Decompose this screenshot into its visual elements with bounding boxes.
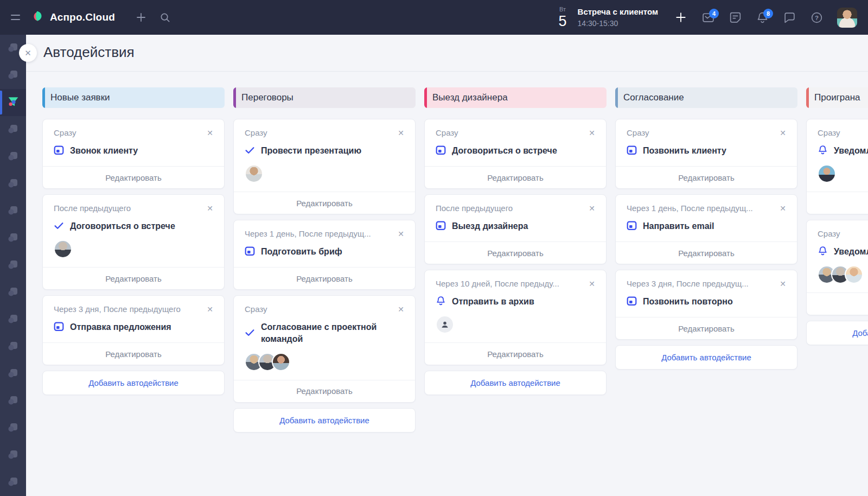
card-close-icon[interactable]: ✕: [584, 279, 595, 289]
card-body: Через 3 дня, После предыдущего✕Отправка …: [43, 296, 224, 342]
add-autoaction-button[interactable]: Добавить автодействие: [615, 345, 797, 370]
sidebar-item-switches[interactable]: [0, 306, 26, 333]
bell-icon: [818, 246, 828, 258]
edit-button[interactable]: Редактировать: [807, 292, 868, 315]
card-body: Через 3 дня, После предыдущ...✕Позвонить…: [616, 270, 797, 317]
edit-button[interactable]: Редактировать: [425, 166, 606, 188]
edit-button[interactable]: Редактировать: [234, 267, 415, 289]
edit-button[interactable]: Редактировать: [234, 192, 415, 214]
autoactions-board: Новые заявкиСразу✕Звонок клиентуРедактир…: [42, 87, 868, 433]
search-icon[interactable]: [153, 5, 177, 29]
mail-icon[interactable]: 4: [696, 5, 720, 29]
add-autoaction-button[interactable]: Добавить автодействие: [233, 408, 416, 433]
sidebar-item-contacts[interactable]: [0, 143, 26, 170]
card-assignees: [54, 240, 213, 258]
board-column-2: ПереговорыСразу✕Провести презентациюРеда…: [233, 87, 416, 433]
edit-button[interactable]: Редактировать: [616, 317, 797, 339]
card-trigger-label: Сразу: [818, 128, 868, 137]
create-plus-icon[interactable]: [129, 5, 153, 29]
column-header[interactable]: Проиграна: [806, 87, 868, 108]
card-body: После предыдущего✕Договориться о встрече: [43, 195, 224, 267]
card-close-icon[interactable]: ✕: [202, 304, 213, 314]
close-icon[interactable]: ✕: [19, 44, 37, 62]
card-close-icon[interactable]: ✕: [202, 204, 213, 213]
sidebar-item-tags[interactable]: [0, 198, 26, 225]
card-trigger-label: Через 1 день, После предыдущ...: [627, 204, 775, 213]
card-close-icon[interactable]: ✕: [775, 279, 786, 289]
card-close-icon[interactable]: ✕: [584, 204, 595, 213]
card-action-text: Отправка предложения: [70, 321, 171, 333]
sidebar-item-inbox[interactable]: [0, 387, 26, 415]
chat-icon[interactable]: [777, 5, 801, 29]
assignee-avatar[interactable]: [54, 240, 72, 258]
board-column-4: СогласованиеСразу✕Позвонить клиентуРедак…: [615, 87, 797, 370]
column-title: Выезд дизайнера: [432, 92, 508, 103]
add-autoaction-button[interactable]: Добавить автодействие: [42, 371, 225, 395]
edit-button[interactable]: Редактировать: [425, 241, 606, 264]
card-assignees: [245, 353, 404, 371]
assignee-avatar[interactable]: [245, 164, 263, 183]
add-autoaction-button[interactable]: Добавить автодействие: [806, 321, 868, 345]
assignee-avatar[interactable]: [272, 353, 290, 371]
column-header[interactable]: Новые заявки: [42, 87, 225, 108]
edit-button[interactable]: Редактировать: [425, 342, 606, 365]
card-close-icon[interactable]: ✕: [775, 128, 786, 138]
edit-button[interactable]: Редактировать: [234, 380, 415, 402]
column-header[interactable]: Переговоры: [233, 87, 416, 108]
sidebar-item-person[interactable]: [0, 360, 26, 387]
column-cards: Сразу✕Позвонить клиентуРедактироватьЧере…: [615, 119, 797, 370]
timer-icon: [7, 421, 20, 436]
sidebar-item-crm-funnel[interactable]: [0, 89, 26, 116]
sidebar-item-timer[interactable]: [0, 415, 26, 442]
sidebar-item-share[interactable]: [0, 279, 26, 306]
documents-icon: [7, 339, 20, 354]
card-action-text: Уведомление: [834, 145, 868, 157]
card-close-icon[interactable]: ✕: [202, 128, 213, 138]
bell-icon[interactable]: 8: [750, 5, 774, 29]
edit-button[interactable]: Редактировать: [43, 267, 224, 289]
sidebar-item-documents[interactable]: [0, 333, 26, 360]
calendar-date[interactable]: Вт 5: [559, 7, 567, 29]
card-assignees: [818, 164, 868, 183]
edit-button[interactable]: Редактировать: [616, 241, 797, 264]
card-close-icon[interactable]: ✕: [584, 128, 595, 138]
sidebar-item-messenger[interactable]: [0, 116, 26, 143]
edit-button[interactable]: Редактировать: [43, 166, 224, 188]
edit-button[interactable]: Редактировать: [807, 192, 868, 214]
card-close-icon[interactable]: ✕: [393, 128, 404, 138]
sidebar-item-team[interactable]: [0, 225, 26, 252]
brand-name: Аспро.Cloud: [50, 11, 115, 23]
assignee-avatar[interactable]: [845, 265, 863, 284]
person-icon: [7, 366, 20, 381]
add-autoaction-button[interactable]: Добавить автодействие: [424, 371, 607, 395]
card-assignees: [245, 164, 404, 183]
unassigned-avatar[interactable]: [436, 315, 454, 334]
sidebar-item-links[interactable]: [0, 170, 26, 198]
check-icon: [54, 220, 64, 233]
card-close-icon[interactable]: ✕: [393, 229, 404, 239]
help-icon[interactable]: ?: [805, 5, 828, 29]
column-header[interactable]: Выезд дизайнера: [424, 87, 607, 108]
upcoming-event[interactable]: Встреча с клиентом 14:30-15:30: [578, 7, 658, 28]
brand-logo[interactable]: Аспро.Cloud: [30, 9, 115, 26]
sidebar-item-globe[interactable]: [0, 469, 26, 496]
card-body: Сразу✕Звонок клиенту: [43, 119, 224, 166]
autoaction-card: После предыдущего✕Договориться о встрече…: [42, 194, 225, 290]
card-close-icon[interactable]: ✕: [775, 204, 786, 213]
card-trigger-label: Сразу: [245, 304, 393, 314]
user-avatar[interactable]: [837, 8, 857, 28]
menu-icon[interactable]: [0, 15, 30, 20]
card-trigger-label: Через 10 дней, После предыду...: [436, 279, 584, 288]
sidebar-item-docs[interactable]: [0, 252, 26, 279]
notes-icon[interactable]: [723, 5, 747, 29]
card-close-icon[interactable]: ✕: [393, 304, 404, 314]
card-trigger-label: Сразу: [818, 229, 868, 238]
column-header[interactable]: Согласование: [615, 87, 797, 108]
sidebar-item-projects[interactable]: [0, 62, 26, 89]
assignee-avatar[interactable]: [818, 164, 836, 183]
sidebar-item-education[interactable]: [0, 442, 26, 469]
add-event-plus-icon[interactable]: [669, 5, 693, 29]
card-trigger-label: После предыдущего: [54, 204, 202, 213]
edit-button[interactable]: Редактировать: [616, 166, 797, 188]
edit-button[interactable]: Редактировать: [43, 342, 224, 365]
